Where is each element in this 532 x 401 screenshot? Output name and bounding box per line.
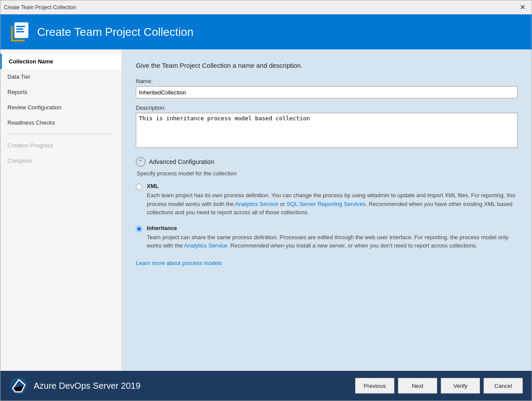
sidebar-item-reports[interactable]: Reports [0, 84, 121, 100]
header-icon [9, 21, 30, 42]
xml-radio-btn-area[interactable] [136, 183, 142, 217]
advanced-subtitle: Specify process model for the collection [137, 170, 518, 177]
name-input[interactable] [136, 86, 518, 98]
previous-button[interactable]: Previous [355, 378, 394, 394]
learn-more-link[interactable]: Learn more about process models [136, 260, 222, 266]
svg-rect-4 [16, 28, 23, 30]
inheritance-radio-btn-area[interactable] [136, 225, 142, 250]
process-model-radio-group: XML Each team project has its own proces… [136, 183, 518, 250]
sidebar: Collection Name Data Tier Reports Review… [0, 49, 122, 371]
azure-devops-logo-icon [9, 376, 28, 395]
sidebar-item-collection-name[interactable]: Collection Name [0, 54, 121, 69]
header-title: Create Team Project Collection [37, 25, 193, 39]
advanced-configuration-toggle[interactable]: ⌃ Advanced Configuration [136, 157, 518, 167]
analytics-service-link-xml[interactable]: Analytics Service [235, 201, 278, 207]
dialog-header: Create Team Project Collection [0, 14, 532, 49]
footer-title: Azure DevOps Server 2019 [34, 381, 141, 391]
xml-radio[interactable] [136, 184, 142, 190]
desc-label: Description: [136, 105, 518, 111]
footer-logo: Azure DevOps Server 2019 [9, 376, 355, 395]
close-button[interactable]: ✕ [517, 2, 528, 12]
title-bar: Create Team Project Collection ✕ [0, 0, 532, 14]
xml-title: XML [147, 183, 518, 189]
inheritance-content: Inheritance Team project can share the s… [147, 225, 518, 250]
svg-rect-5 [16, 31, 24, 32]
advanced-toggle-label: Advanced Configuration [149, 158, 214, 165]
xml-description: Each team project has its own process de… [147, 191, 518, 217]
xml-content: XML Each team project has its own proces… [147, 183, 518, 217]
sidebar-item-complete: Complete [0, 153, 121, 168]
inheritance-description: Team project can share the same process … [147, 233, 518, 250]
description-input[interactable]: This is inheritance process model based … [136, 113, 518, 148]
main-area: Collection Name Data Tier Reports Review… [0, 49, 532, 371]
sql-reporting-link[interactable]: SQL Server Reporting Services [287, 201, 366, 207]
inheritance-option: Inheritance Team project can share the s… [136, 225, 518, 250]
content-intro: Give the Team Project Collection a name … [136, 62, 518, 69]
title-bar-text: Create Team Project Collection [4, 4, 76, 10]
verify-button[interactable]: Verify [441, 378, 480, 394]
sidebar-item-data-tier[interactable]: Data Tier [0, 69, 121, 84]
inheritance-title: Inheritance [147, 225, 518, 231]
sidebar-item-creation-progress: Creation Progress [0, 138, 121, 153]
sidebar-divider [7, 134, 114, 134]
svg-rect-2 [14, 22, 28, 38]
footer: Azure DevOps Server 2019 Previous Next V… [0, 371, 532, 401]
analytics-service-link-inheritance[interactable]: Analytics Service [184, 242, 227, 249]
footer-buttons: Previous Next Verify Cancel [355, 378, 523, 394]
content-area: Give the Team Project Collection a name … [122, 49, 532, 371]
sidebar-item-readiness-checks[interactable]: Readiness Checks [0, 115, 121, 130]
xml-option: XML Each team project has its own proces… [136, 183, 518, 217]
next-button[interactable]: Next [398, 378, 437, 394]
inheritance-radio[interactable] [136, 226, 142, 232]
sidebar-item-review-configuration[interactable]: Review Configuration [0, 100, 121, 115]
cancel-button[interactable]: Cancel [484, 378, 523, 394]
chevron-up-icon: ⌃ [136, 157, 145, 167]
name-label: Name: [136, 78, 518, 84]
svg-rect-3 [16, 26, 25, 27]
